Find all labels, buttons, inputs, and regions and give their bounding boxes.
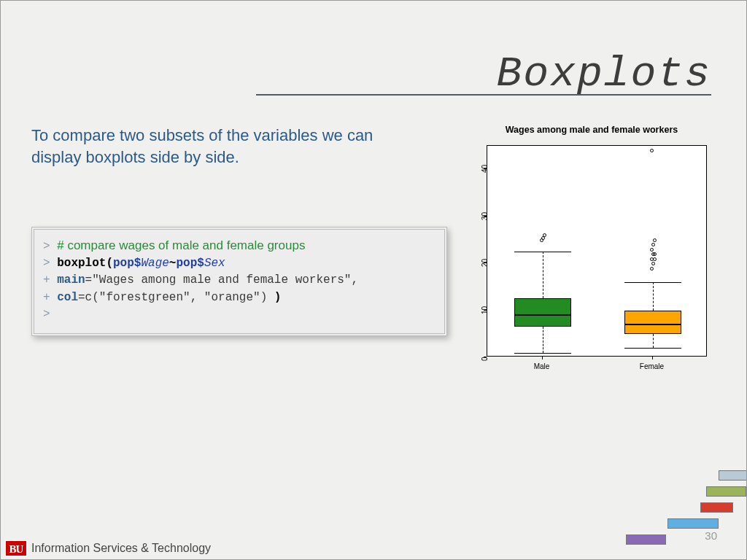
page-number: 30 <box>705 529 717 542</box>
plot-area <box>487 145 707 357</box>
deco-bar <box>706 486 746 497</box>
x-tick-label: Female <box>630 362 674 370</box>
deco-bar <box>626 534 666 545</box>
y-tick-label: 0 <box>481 357 489 361</box>
code-fn: boxplot( <box>57 257 113 270</box>
deco-bar <box>719 470 747 481</box>
deco-bar <box>700 502 733 513</box>
intro-text: To compare two subsets of the variables … <box>31 125 411 168</box>
page-title: Boxplots <box>497 50 711 98</box>
code-block: > # compare wages of male and female gro… <box>31 227 447 336</box>
slide: Boxplots To compare two subsets of the v… <box>0 0 747 560</box>
bu-logo: BU <box>5 540 27 556</box>
footer-org: Information Services & Technology <box>31 542 211 555</box>
chart-title: Wages among male and female workers <box>468 125 716 135</box>
code-comment: # compare wages of male and female group… <box>57 238 305 252</box>
title-underline <box>256 94 711 96</box>
boxplot-figure: Wages among male and female workers 0102… <box>468 125 716 387</box>
box-female <box>624 311 681 334</box>
x-tick-label: Male <box>520 362 564 370</box>
box-male <box>514 298 571 327</box>
deco-bar <box>667 518 719 529</box>
